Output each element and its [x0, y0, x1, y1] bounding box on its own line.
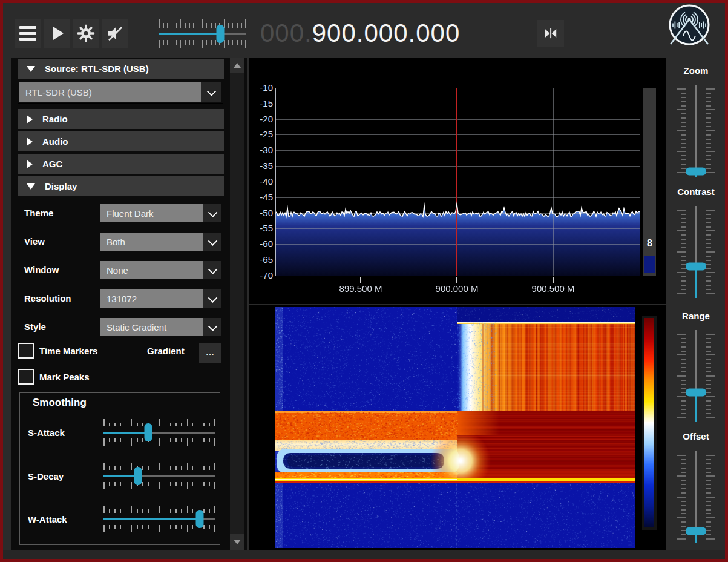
ruler-tick: [187, 525, 188, 532]
spectrum-panel: -10-15-20-25-30-35-40-45-50-55-60-65-70 …: [249, 58, 666, 304]
speaker-muted-icon: [106, 24, 124, 42]
slider-thumb[interactable]: [145, 423, 152, 441]
vslider-track[interactable]: [695, 85, 697, 177]
slider-thumb[interactable]: [196, 510, 204, 528]
y-axis-tick-label: -25: [249, 129, 273, 140]
vslider-offset[interactable]: [672, 451, 720, 543]
ruler-tick: [103, 506, 105, 513]
vslider-label-contrast: Contrast: [667, 187, 725, 197]
setting-dropdown-view[interactable]: Both: [100, 233, 221, 251]
chevron-down-icon: [201, 82, 221, 102]
ruler-tick: [114, 482, 116, 486]
volume-slider[interactable]: [159, 19, 246, 49]
source-header-label: Source: RTL-SDR (USB): [45, 64, 149, 74]
section-header-radio[interactable]: Radio: [18, 109, 224, 129]
ruler-tick: [214, 438, 215, 446]
x-axis-tick-label: 900.500 M: [514, 283, 592, 294]
ruler-tick: [126, 525, 127, 529]
agc-section-label: AGC: [42, 159, 62, 169]
volume-thumb[interactable]: [216, 25, 224, 43]
ruler-tick: [241, 23, 242, 28]
expand-triangle-icon: [27, 160, 33, 168]
slider-s-attack[interactable]: [103, 417, 215, 449]
ruler-tick: [203, 525, 205, 529]
ruler-tick: [245, 19, 246, 28]
ruler-tick: [211, 23, 212, 28]
collapse-triangle-icon: [27, 66, 35, 72]
scroll-up-button[interactable]: [230, 58, 244, 73]
ruler-tick: [126, 438, 127, 442]
ruler-tick: [237, 40, 238, 45]
frequency-display[interactable]: 000.900.000.000: [260, 15, 460, 52]
vslider-zoom[interactable]: [672, 85, 720, 177]
section-header-source[interactable]: Source: RTL-SDR (USB): [18, 59, 224, 79]
snap-to-center-icon: [543, 25, 559, 41]
waterfall-display[interactable]: [275, 307, 635, 548]
chevron-down-icon: [203, 318, 221, 336]
ruler-tick: [159, 419, 160, 426]
settings-scrollbar[interactable]: [230, 58, 244, 550]
time-markers-checkbox[interactable]: [18, 343, 34, 359]
slider-label-s-attack: S-Attack: [28, 428, 65, 438]
snap-to-center-button[interactable]: [537, 20, 564, 47]
vslider-fill: [695, 392, 697, 422]
source-device-dropdown[interactable]: RTL-SDR (USB): [18, 81, 223, 103]
ruler-tick: [214, 463, 215, 470]
ruler-tick: [137, 438, 138, 442]
section-header-audio[interactable]: Audio: [18, 131, 224, 151]
settings-button[interactable]: [73, 19, 99, 48]
volume-fill: [159, 33, 220, 35]
slider-s-decay[interactable]: [103, 461, 215, 492]
setting-dropdown-theme[interactable]: Fluent Dark: [100, 204, 221, 222]
ruler-tick: [176, 40, 177, 45]
ruler-tick: [214, 419, 215, 426]
mute-button[interactable]: [102, 19, 128, 48]
vslider-contrast[interactable]: [672, 206, 720, 298]
ruler-tick: [203, 438, 205, 442]
ruler-tick: [120, 438, 122, 442]
ruler-tick: [167, 40, 168, 45]
slider-thumb[interactable]: [134, 467, 142, 485]
ruler-tick: [245, 40, 246, 48]
slider-w-attack[interactable]: [103, 504, 215, 535]
mark-peaks-checkbox[interactable]: [18, 369, 34, 385]
dropdown-value: Fluent Dark: [107, 204, 154, 222]
section-header-display[interactable]: Display: [18, 176, 224, 196]
ruler-tick: [103, 463, 105, 470]
ruler-tick: [237, 23, 238, 28]
setting-label-window: Window: [24, 265, 59, 275]
y-axis-tick-label: -20: [249, 114, 273, 125]
setting-dropdown-window[interactable]: None: [100, 261, 221, 279]
vslider-thumb[interactable]: [686, 263, 706, 271]
scroll-down-button[interactable]: [230, 534, 244, 550]
play-button[interactable]: [44, 19, 70, 48]
ruler-tick: [187, 419, 188, 426]
menu-button[interactable]: [15, 19, 41, 48]
ruler-tick: [187, 482, 188, 489]
vslider-ticks: [675, 334, 686, 418]
snr-bar: [644, 256, 655, 273]
setting-dropdown-resolution[interactable]: 131072: [100, 289, 221, 308]
ruler-tick: [181, 438, 182, 442]
vslider-thumb[interactable]: [686, 389, 706, 397]
ruler-tick: [109, 482, 110, 486]
y-axis-tick-label: -55: [249, 223, 273, 234]
vslider-thumb[interactable]: [686, 167, 706, 175]
spectrum-display[interactable]: [275, 88, 640, 285]
y-axis-tick-label: -65: [249, 254, 273, 265]
display-adjust-controls: ZoomContrastRangeOffset: [667, 58, 725, 550]
vslider-range[interactable]: [672, 330, 720, 422]
section-header-agc[interactable]: AGC: [18, 154, 224, 174]
gradient-edit-button[interactable]: ...: [199, 343, 221, 363]
setting-dropdown-style[interactable]: Static Gradient: [100, 318, 221, 336]
ruler-tick: [180, 40, 182, 48]
setting-label-view: View: [24, 236, 45, 246]
y-axis-tick-label: -35: [249, 160, 273, 171]
snr-meter: 8: [643, 88, 656, 276]
ruler-tick: [172, 40, 173, 45]
ruler-tick: [202, 19, 203, 28]
ruler-tick: [126, 482, 127, 486]
vslider-thumb[interactable]: [686, 527, 706, 535]
ruler-tick: [192, 482, 194, 486]
ruler-tick: [131, 482, 133, 489]
